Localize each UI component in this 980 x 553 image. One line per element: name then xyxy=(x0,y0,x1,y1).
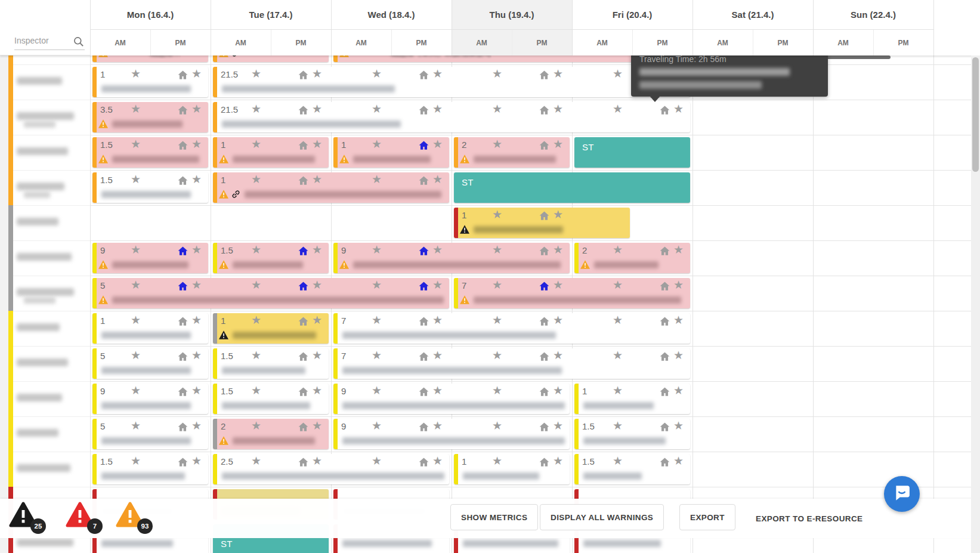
star-icon[interactable]: ★ xyxy=(553,138,563,150)
star-icon[interactable]: ★ xyxy=(553,68,563,80)
schedule-card[interactable]: 9★★★★ xyxy=(333,243,570,273)
export-to-eresource-button[interactable]: EXPORT TO E-RESOURCE xyxy=(756,499,863,538)
schedule-card[interactable]: 1.5★★ xyxy=(213,243,329,273)
star-icon[interactable]: ★ xyxy=(251,279,261,291)
schedule-card[interactable]: 9★★★★ xyxy=(333,419,570,449)
schedule-card[interactable]: 1.5★★ xyxy=(213,384,329,414)
star-icon[interactable]: ★ xyxy=(191,279,202,291)
star-icon[interactable]: ★ xyxy=(191,244,202,256)
schedule-card[interactable]: 21.5★★★★★★★★ xyxy=(213,67,690,97)
star-icon[interactable]: ★ xyxy=(492,244,502,256)
search-input[interactable] xyxy=(14,33,69,45)
star-icon[interactable]: ★ xyxy=(613,385,623,397)
display-all-warnings-button[interactable]: DISPLAY ALL WARNINGS xyxy=(540,504,664,530)
star-icon[interactable]: ★ xyxy=(312,138,322,150)
star-icon[interactable]: ★ xyxy=(191,174,202,186)
star-icon[interactable]: ★ xyxy=(372,138,382,150)
star-icon[interactable]: ★ xyxy=(131,385,141,397)
star-icon[interactable]: ★ xyxy=(131,350,141,362)
star-icon[interactable]: ★ xyxy=(372,350,382,362)
star-icon[interactable]: ★ xyxy=(312,103,322,115)
star-icon[interactable]: ★ xyxy=(372,455,382,467)
star-icon[interactable]: ★ xyxy=(432,244,443,256)
star-icon[interactable]: ★ xyxy=(131,174,141,186)
star-icon[interactable]: ★ xyxy=(673,385,684,397)
star-icon[interactable]: ★ xyxy=(432,350,443,362)
star-icon[interactable]: ★ xyxy=(432,455,443,467)
schedule-card[interactable]: 1★★ xyxy=(574,384,690,414)
chat-widget-button[interactable] xyxy=(884,476,920,512)
star-icon[interactable]: ★ xyxy=(131,244,141,256)
schedule-card[interactable]: 1.5★★ xyxy=(92,454,208,484)
star-icon[interactable]: ★ xyxy=(312,385,322,397)
star-icon[interactable]: ★ xyxy=(372,103,382,115)
star-icon[interactable]: ★ xyxy=(553,209,563,221)
star-icon[interactable]: ★ xyxy=(492,385,502,397)
star-icon[interactable]: ★ xyxy=(613,350,623,362)
schedule-card[interactable]: 9★★ xyxy=(92,243,208,273)
schedule-card[interactable]: 2★★ xyxy=(454,137,570,168)
schedule-card[interactable]: ST xyxy=(454,172,690,203)
schedule-card[interactable]: 5★★★★★★ xyxy=(92,278,449,308)
star-icon[interactable]: ★ xyxy=(613,455,623,467)
star-icon[interactable]: ★ xyxy=(553,103,563,115)
star-icon[interactable]: ★ xyxy=(492,455,502,467)
star-icon[interactable]: ★ xyxy=(432,103,443,115)
star-icon[interactable]: ★ xyxy=(251,314,261,326)
schedule-card[interactable]: 5★★ xyxy=(92,419,208,449)
star-icon[interactable]: ★ xyxy=(191,350,202,362)
star-icon[interactable]: ★ xyxy=(131,68,141,80)
schedule-card[interactable]: 21.5★★★★★★★★ xyxy=(213,102,690,132)
star-icon[interactable]: ★ xyxy=(432,314,443,326)
schedule-card[interactable]: 1.5★★ xyxy=(92,137,208,168)
schedule-card[interactable]: 1★★ xyxy=(213,137,329,168)
star-icon[interactable]: ★ xyxy=(251,420,261,432)
star-icon[interactable]: ★ xyxy=(131,279,141,291)
error-warnings-badge[interactable]: 7 xyxy=(66,502,103,535)
star-icon[interactable]: ★ xyxy=(251,138,261,150)
star-icon[interactable]: ★ xyxy=(492,138,502,150)
star-icon[interactable]: ★ xyxy=(553,244,563,256)
star-icon[interactable]: ★ xyxy=(312,350,322,362)
star-icon[interactable]: ★ xyxy=(372,244,382,256)
star-icon[interactable]: ★ xyxy=(432,68,443,80)
schedule-card[interactable]: 1★★ xyxy=(92,313,208,344)
star-icon[interactable]: ★ xyxy=(553,279,563,291)
star-icon[interactable]: ★ xyxy=(432,174,443,186)
star-icon[interactable]: ★ xyxy=(492,68,502,80)
star-icon[interactable]: ★ xyxy=(131,455,141,467)
star-icon[interactable]: ★ xyxy=(492,279,502,291)
star-icon[interactable]: ★ xyxy=(312,279,322,291)
show-metrics-button[interactable]: SHOW METRICS xyxy=(450,504,538,530)
schedule-card[interactable]: 5★★ xyxy=(92,348,208,379)
star-icon[interactable]: ★ xyxy=(613,420,623,432)
star-icon[interactable]: ★ xyxy=(191,103,202,115)
schedule-card[interactable]: 3.5★★ xyxy=(92,102,208,132)
star-icon[interactable]: ★ xyxy=(553,455,563,467)
star-icon[interactable]: ★ xyxy=(372,420,382,432)
star-icon[interactable]: ★ xyxy=(372,314,382,326)
star-icon[interactable]: ★ xyxy=(492,420,502,432)
schedule-card[interactable]: 7★★★★ xyxy=(454,278,690,308)
star-icon[interactable]: ★ xyxy=(613,68,623,80)
warning-warnings-badge[interactable]: 93 xyxy=(116,502,153,535)
star-icon[interactable]: ★ xyxy=(673,103,684,115)
star-icon[interactable]: ★ xyxy=(312,68,322,80)
star-icon[interactable]: ★ xyxy=(492,209,502,221)
schedule-card[interactable]: 1.5★★ xyxy=(574,454,690,484)
star-icon[interactable]: ★ xyxy=(131,138,141,150)
star-icon[interactable]: ★ xyxy=(432,420,443,432)
star-icon[interactable]: ★ xyxy=(553,350,563,362)
star-icon[interactable]: ★ xyxy=(191,138,202,150)
schedule-card[interactable]: 9★★ xyxy=(92,384,208,414)
schedule-card[interactable]: 1.5★★ xyxy=(574,419,690,449)
schedule-card[interactable]: 7★★★★★★ xyxy=(333,313,690,344)
star-icon[interactable]: ★ xyxy=(251,103,261,115)
critical-warnings-badge[interactable]: 25 xyxy=(9,502,46,535)
star-icon[interactable]: ★ xyxy=(613,314,623,326)
star-icon[interactable]: ★ xyxy=(432,279,443,291)
star-icon[interactable]: ★ xyxy=(673,244,684,256)
star-icon[interactable]: ★ xyxy=(492,103,502,115)
star-icon[interactable]: ★ xyxy=(613,103,623,115)
star-icon[interactable]: ★ xyxy=(673,279,684,291)
